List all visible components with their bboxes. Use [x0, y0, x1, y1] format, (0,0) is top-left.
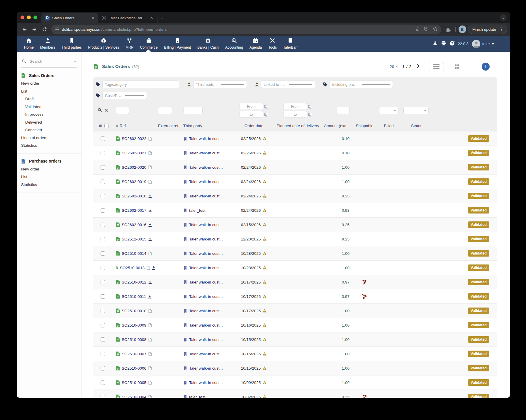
- calendar-icon[interactable]: [308, 112, 312, 117]
- third-party-link[interactable]: Taler walk-in cust...: [189, 380, 223, 385]
- order-ref-link[interactable]: SO2510-0012: [122, 280, 146, 284]
- column-header-shippable[interactable]: Shippable: [352, 124, 377, 128]
- third-party-sales-rep-select[interactable]: Third parties with sales rep ...: [193, 81, 247, 88]
- create-order-button[interactable]: +: [482, 63, 490, 71]
- sidebar-item-in-process[interactable]: In process: [17, 111, 82, 119]
- apply-search-icon[interactable]: [98, 108, 102, 113]
- row-checkbox[interactable]: [101, 208, 105, 213]
- sidebar-item-delivered[interactable]: Delivered: [17, 119, 82, 127]
- planned-date-to-input[interactable]: [284, 111, 307, 118]
- site-settings-icon[interactable]: [55, 26, 60, 32]
- sidebar-item-list[interactable]: List: [17, 173, 82, 181]
- order-ref-link[interactable]: SO2602-0022: [122, 136, 146, 141]
- row-checkbox[interactable]: [101, 266, 105, 270]
- row-checkbox[interactable]: [101, 337, 105, 342]
- tab-close-icon[interactable]: ✕: [91, 16, 95, 20]
- column-header-status[interactable]: Status: [401, 124, 497, 128]
- sidebar-item-lines-of-orders[interactable]: Lines of orders: [17, 134, 82, 142]
- next-page-button[interactable]: [416, 64, 420, 70]
- install-app-icon[interactable]: [424, 26, 429, 33]
- grid-view-button[interactable]: [455, 64, 459, 69]
- sidebar-item-statistics[interactable]: Statistics: [17, 181, 82, 189]
- row-checkbox[interactable]: [101, 366, 105, 371]
- sidebar-section-title[interactable]: Sales Orders: [17, 71, 82, 80]
- order-ref-link[interactable]: SO2510-0014: [122, 251, 146, 256]
- third-party-link[interactable]: Taler walk-in cust...: [189, 237, 223, 241]
- third-party-link[interactable]: Taler walk-in cust...: [189, 251, 223, 256]
- column-header-amount-exc[interactable]: Amount (exc...: [321, 124, 352, 128]
- order-ref-link[interactable]: SO2602-0020: [122, 165, 146, 170]
- search-billed-select[interactable]: [379, 107, 398, 114]
- nav-item-commerce[interactable]: Commerce: [137, 37, 161, 51]
- row-checkbox[interactable]: [101, 251, 105, 256]
- order-ref-link[interactable]: SO2510-0009: [122, 323, 146, 327]
- sidebar-item-canceled[interactable]: Canceled: [17, 126, 82, 134]
- row-checkbox[interactable]: [101, 309, 105, 313]
- order-ref-link[interactable]: SO2510-0004: [122, 395, 146, 398]
- row-checkbox[interactable]: [101, 136, 105, 141]
- third-party-link[interactable]: Taler walk-in cust...: [189, 294, 223, 299]
- third-party-link[interactable]: Taler walk-in cust...: [189, 136, 223, 141]
- browser-tab-sales-orders[interactable]: D Sales Orders ✕: [41, 13, 98, 23]
- order-ref-link[interactable]: SO2512-0015: [122, 237, 146, 241]
- row-checkbox[interactable]: [101, 151, 105, 155]
- calendar-icon[interactable]: [264, 105, 268, 109]
- third-party-link[interactable]: Taler walk-in cust...: [189, 165, 223, 170]
- column-header-billed[interactable]: Billed: [377, 124, 401, 128]
- address-bar[interactable]: dolibarr.potuzhnyi.com/commande/list.php…: [51, 25, 441, 34]
- linked-user-select[interactable]: Linked to a particular user ...: [261, 81, 315, 88]
- column-header-third-party[interactable]: Third party: [181, 124, 233, 128]
- order-ref-link[interactable]: SO2602-0016: [122, 223, 146, 227]
- order-date-from-input[interactable]: [240, 103, 263, 110]
- extensions-icon[interactable]: [444, 25, 452, 33]
- order-ref-link[interactable]: SO2602-0019: [122, 180, 146, 184]
- user-menu[interactable]: taler: [472, 40, 494, 48]
- row-checkbox[interactable]: [101, 165, 105, 170]
- row-checkbox[interactable]: [101, 352, 105, 356]
- third-party-link[interactable]: Taler walk-in cust...: [189, 323, 223, 327]
- nav-item-mrp[interactable]: MRP: [122, 37, 137, 51]
- column-header-ref[interactable]: Ref.: [110, 124, 156, 128]
- help-icon[interactable]: ?: [449, 41, 455, 47]
- select-fields-icon[interactable]: [97, 123, 102, 129]
- order-ref-link[interactable]: SO2510-0007: [122, 352, 146, 356]
- third-party-link[interactable]: Taler walk-in cust...: [189, 352, 223, 356]
- calendar-icon[interactable]: [264, 112, 268, 117]
- order-ref-link[interactable]: SO2510-0008: [122, 337, 146, 342]
- third-party-link[interactable]: Taler walk-in cust...: [189, 266, 223, 270]
- third-party-link[interactable]: Taler walk-in cust...: [189, 366, 223, 371]
- order-ref-link[interactable]: SO2510-0005: [122, 380, 146, 385]
- new-tab-button[interactable]: +: [157, 15, 167, 23]
- nav-item-products-services[interactable]: Products | Services: [85, 37, 122, 51]
- order-ref-link[interactable]: SO2510-0006: [122, 366, 146, 371]
- column-header-order-date[interactable]: Order date: [233, 124, 274, 128]
- row-checkbox[interactable]: [101, 380, 105, 385]
- row-checkbox[interactable]: [101, 237, 105, 241]
- column-header-planned-date-of-delivery[interactable]: Planned date of delivery: [274, 124, 321, 128]
- row-checkbox[interactable]: [101, 180, 105, 184]
- order-ref-link[interactable]: SO2510-0010: [122, 309, 146, 313]
- search-amount-input[interactable]: [337, 107, 349, 114]
- browser-menu-icon[interactable]: ⋮: [498, 27, 505, 32]
- sidebar-item-new-order[interactable]: New order: [17, 80, 82, 88]
- search-caret-icon[interactable]: [74, 61, 76, 62]
- row-checkbox[interactable]: [101, 194, 105, 198]
- sidebar-item-statistics[interactable]: Statistics: [17, 142, 82, 150]
- row-checkbox[interactable]: [101, 280, 105, 284]
- minimize-window-button[interactable]: [27, 16, 31, 19]
- row-checkbox[interactable]: [101, 223, 105, 227]
- nav-item-agenda[interactable]: Agenda: [246, 37, 265, 51]
- tab-search-button[interactable]: ⌄: [500, 14, 507, 21]
- tab-close-icon[interactable]: ✕: [150, 16, 154, 20]
- profile-avatar[interactable]: B: [459, 25, 466, 33]
- page-size-select[interactable]: 20: [390, 64, 398, 69]
- third-party-link[interactable]: Taler walk-in cust...: [189, 223, 223, 227]
- sidebar-item-validated[interactable]: Validated: [17, 103, 82, 111]
- third-party-link[interactable]: taler_test: [189, 395, 206, 398]
- clear-search-icon[interactable]: [105, 108, 108, 113]
- third-party-link[interactable]: Taler walk-in cust...: [189, 337, 223, 342]
- order-ref-link[interactable]: SO2602-0017: [122, 208, 146, 213]
- sidebar-section-title[interactable]: Purchase orders: [17, 157, 82, 165]
- third-party-link[interactable]: taler_test: [189, 208, 206, 213]
- close-window-button[interactable]: [21, 16, 24, 19]
